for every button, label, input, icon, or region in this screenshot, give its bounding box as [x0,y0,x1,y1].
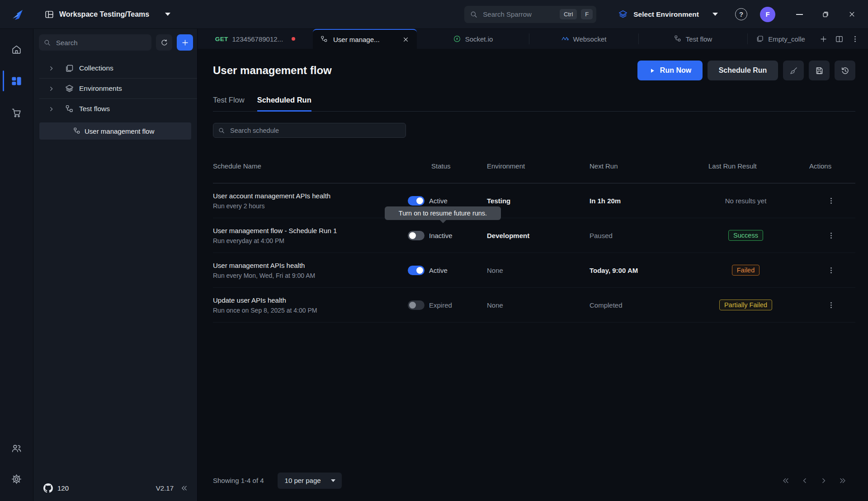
prev-page-icon[interactable] [800,476,809,485]
sidebar-item-collections[interactable]: Collections [33,58,197,78]
layers-icon [618,9,628,19]
help-icon[interactable]: ? [735,8,747,20]
clear-button[interactable] [783,61,804,80]
per-page-dropdown[interactable]: 10 per page [278,473,342,489]
environment-cell: Development [487,232,590,239]
environment-selector[interactable]: Select Environment [618,9,718,19]
workspace-label: Workspace Testing/Teams [59,10,149,19]
page: User management flow Run Now Schedule Ru… [198,49,868,501]
schedule-search[interactable] [213,123,406,138]
sidebar: Collections Environments Test flows User… [33,29,198,501]
last-page-icon[interactable] [838,476,847,485]
save-button[interactable] [809,61,830,80]
run-now-button[interactable]: Run Now [637,61,703,80]
row-kebab-icon[interactable] [826,195,836,206]
save-icon [815,66,824,75]
divider [638,33,639,44]
team-icon[interactable] [7,439,26,458]
next-page-icon[interactable] [819,476,828,485]
add-button[interactable] [177,34,193,51]
activity-rail [0,29,33,501]
tab-request[interactable]: GET 123456789012... [198,29,313,49]
maximize-icon[interactable] [821,10,830,19]
window-controls [796,10,856,19]
kebab-menu-icon[interactable] [851,35,859,43]
chevron-right-icon [47,105,55,113]
close-icon[interactable] [402,36,410,43]
search-icon [218,127,225,134]
tab-socketio[interactable]: Socket.io [417,29,529,49]
pagination [781,476,847,485]
environment-cell: None [487,267,590,274]
schedule-recurrence: Run every 2 hours [213,202,408,210]
sidebar-item-environments[interactable]: Environments [33,79,197,98]
sidebar-search-input[interactable] [55,38,147,47]
cart-icon[interactable] [7,103,26,122]
tab-empty-collection[interactable]: Empty_colle [747,29,814,49]
collections-stack-icon [756,35,764,43]
tab-websocket[interactable]: Websocket [529,29,638,49]
split-view-icon[interactable] [835,35,844,43]
view-tabs: Test Flow Scheduled Run [213,96,855,112]
new-tab-icon[interactable] [819,35,828,43]
table-row: Update user APIs health Run once on Sep … [213,288,855,323]
chevron-down-icon [712,13,718,16]
github-icon[interactable] [43,483,53,493]
close-icon[interactable] [848,10,856,19]
table-row: User management APIs health Run every Mo… [213,253,855,288]
workspace-selector[interactable]: Workspace Testing/Teams [44,9,170,19]
status-toggle[interactable] [408,196,425,206]
schedule-table: Schedule Name Status Environment Next Ru… [213,149,855,323]
table-header: Schedule Name Status Environment Next Ru… [213,149,855,183]
schedule-search-input[interactable] [229,126,401,135]
status-badge: Failed [732,265,760,276]
home-icon[interactable] [7,40,26,59]
github-stars-count: 120 [57,484,69,492]
tab-test-flow-view[interactable]: Test Flow [213,96,245,111]
sparrow-logo [10,6,26,23]
flow-icon [73,127,81,135]
http-method-badge: GET [215,36,228,42]
app-version: V2.17 [156,484,174,492]
schedule-name: Update user APIs health [213,296,408,304]
next-run-cell: In 1h 20m [590,197,708,205]
row-kebab-icon[interactable] [826,265,836,276]
sidebar-search[interactable] [39,34,151,51]
status-badge: Success [728,230,763,241]
shortcut-key-f: F [581,9,593,19]
tab-user-management-flow[interactable]: User manage... [313,29,417,49]
row-kebab-icon[interactable] [826,230,836,241]
sidebar-item-test-flows[interactable]: Test flows [33,99,197,119]
environment-cell: None [487,301,590,309]
history-button[interactable] [835,61,855,80]
row-kebab-icon[interactable] [826,300,836,310]
next-run-cell: Today, 9:00 AM [590,267,708,274]
sidebar-item-user-management-flow[interactable]: User management flow [39,122,191,140]
collapse-sidebar-icon[interactable] [180,484,189,492]
search-icon [470,10,478,19]
status-label: Active [429,197,448,205]
schedule-run-button[interactable]: Schedule Run [708,61,778,80]
tab-scheduled-run-view[interactable]: Scheduled Run [257,96,311,112]
global-search-input[interactable] [482,10,556,19]
status-toggle[interactable] [408,231,425,240]
page-title: User management flow [213,64,332,77]
play-icon [649,67,656,74]
first-page-icon[interactable] [781,476,790,485]
schedule-recurrence: Run everyday at 4:00 PM [213,237,408,244]
editor-tabbar: GET 123456789012... User manage... Socke… [198,29,868,49]
refresh-button[interactable] [156,34,172,51]
collections-stack-icon [65,64,74,73]
tab-test-flow[interactable]: Test flow [638,29,747,49]
gear-icon[interactable] [7,469,26,488]
chevron-right-icon [47,65,55,72]
layers-icon [65,84,74,94]
tiles-icon[interactable] [7,71,26,90]
next-run-cell: Paused [590,232,708,239]
global-search[interactable]: Ctrl F [464,6,596,23]
status-toggle[interactable] [408,300,425,310]
unsaved-dot [292,37,295,41]
minimize-icon[interactable] [796,14,803,15]
status-toggle[interactable] [408,266,425,275]
avatar[interactable]: F [760,7,775,22]
